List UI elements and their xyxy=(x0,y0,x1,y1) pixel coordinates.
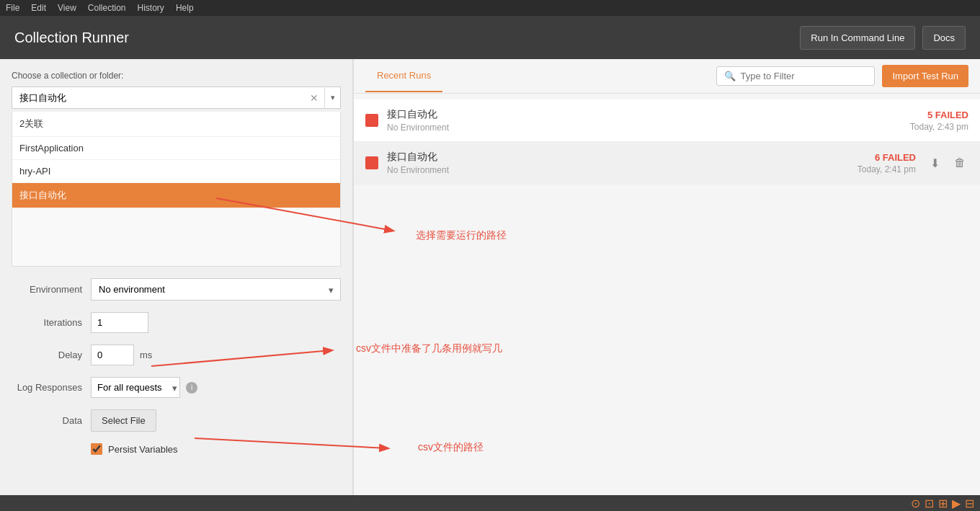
environment-label: Environment xyxy=(12,284,91,295)
collection-search: ✕ ▾ xyxy=(12,86,341,109)
menu-item-history[interactable]: History xyxy=(138,3,164,13)
status-icon-5: ⊟ xyxy=(965,497,974,510)
environment-row: Environment No environment xyxy=(12,278,341,301)
search-icon: 🔍 xyxy=(724,71,736,81)
run-command-line-button[interactable]: Run In Command Line xyxy=(800,26,915,50)
iterations-row: Iterations xyxy=(12,312,341,333)
app-title: Collection Runner xyxy=(14,30,129,46)
run-info-1: 接口自动化 No Environment xyxy=(387,108,910,133)
main-layout: Choose a collection or folder: ✕ ▾ 2关联 F… xyxy=(0,59,980,511)
log-responses-label: Log Responses xyxy=(12,382,91,393)
data-row: Data Select File xyxy=(12,409,341,432)
status-icon-1: ⊙ xyxy=(911,497,920,510)
run-result-1: 5 FAILED Today, 2:43 pm xyxy=(910,110,968,132)
search-box: 🔍 xyxy=(716,66,875,86)
collection-search-dropdown[interactable]: ▾ xyxy=(324,86,341,109)
run-delete-button-2[interactable]: 🗑 xyxy=(951,154,968,173)
log-responses-info-icon[interactable]: i xyxy=(186,382,197,394)
run-env-2: No Environment xyxy=(387,165,858,175)
select-file-button[interactable]: Select File xyxy=(91,409,156,432)
collection-list: 2关联 FirstApplication hry-API 接口自动化 xyxy=(12,112,341,267)
menu-bar: const menuData = JSON.parse(document.get… xyxy=(0,0,980,16)
menu-item-view[interactable]: View xyxy=(58,3,76,13)
collection-item-hry-api[interactable]: hry-API xyxy=(12,160,340,183)
persist-variables-checkbox[interactable] xyxy=(91,443,102,455)
collection-item-firstapplication[interactable]: FirstApplication xyxy=(12,137,340,160)
run-result-2: 6 FAILED Today, 2:41 pm xyxy=(858,152,916,174)
status-icon-4: ▶ xyxy=(952,497,961,510)
search-input[interactable] xyxy=(740,71,867,81)
collection-list-empty xyxy=(12,208,340,266)
run-time-2: Today, 2:41 pm xyxy=(858,164,916,174)
iterations-input[interactable] xyxy=(91,312,148,333)
menu-item-edit[interactable]: Edit xyxy=(31,3,46,13)
persist-variables-label: Persist Variables xyxy=(108,444,178,455)
persist-variables-row: Persist Variables xyxy=(12,443,341,455)
run-item-1[interactable]: 接口自动化 No Environment 5 FAILED Today, 2:4… xyxy=(354,99,980,142)
delay-unit: ms xyxy=(140,350,152,360)
data-label: Data xyxy=(12,415,91,426)
delay-input[interactable] xyxy=(91,345,134,365)
log-responses-select[interactable]: For all requests xyxy=(91,377,180,398)
status-icon-2: ⊡ xyxy=(925,497,934,510)
persist-variables-group: Persist Variables xyxy=(91,443,178,455)
log-responses-row: Log Responses For all requests i xyxy=(12,377,341,398)
menu-item-help[interactable]: Help xyxy=(176,3,194,13)
run-env-1: No Environment xyxy=(387,123,910,133)
tabs: Recent Runs xyxy=(365,60,442,92)
run-status-icon-2 xyxy=(365,156,378,169)
run-item-2[interactable]: 接口自动化 No Environment 6 FAILED Today, 2:4… xyxy=(354,142,980,185)
run-info-2: 接口自动化 No Environment xyxy=(387,151,858,175)
collection-search-input[interactable] xyxy=(12,86,341,109)
title-bar-actions: Run In Command Line Docs xyxy=(800,26,966,50)
run-name-2: 接口自动化 xyxy=(387,151,858,164)
run-download-button-2[interactable]: ⬇ xyxy=(927,154,943,173)
run-failed-2: 6 FAILED xyxy=(858,152,916,163)
run-status-icon-1 xyxy=(365,114,378,127)
run-actions-2: ⬇ 🗑 xyxy=(927,154,968,173)
menu-item-collection[interactable]: Collection xyxy=(88,3,126,13)
delay-label: Delay xyxy=(12,350,91,360)
docs-button[interactable]: Docs xyxy=(922,26,966,50)
environment-select-wrapper: No environment xyxy=(91,278,341,301)
left-panel: Choose a collection or folder: ✕ ▾ 2关联 F… xyxy=(0,59,353,511)
run-failed-1: 5 FAILED xyxy=(910,110,968,120)
right-header: Recent Runs 🔍 Import Test Run xyxy=(354,59,980,94)
environment-select[interactable]: No environment xyxy=(91,278,341,301)
status-bar: ⊙ ⊡ ⊞ ▶ ⊟ xyxy=(0,495,980,511)
tab-recent-runs[interactable]: Recent Runs xyxy=(365,60,442,92)
import-test-run-button[interactable]: Import Test Run xyxy=(882,65,968,87)
title-bar: Collection Runner Run In Command Line Do… xyxy=(0,16,980,59)
iterations-label: Iterations xyxy=(12,317,91,328)
delay-row: Delay ms xyxy=(12,345,341,365)
collection-input-actions: ✕ ▾ xyxy=(304,86,341,109)
menu-item-file[interactable]: File xyxy=(6,3,19,13)
choose-label: Choose a collection or folder: xyxy=(12,71,341,81)
run-time-1: Today, 2:43 pm xyxy=(910,122,968,132)
right-panel: Recent Runs 🔍 Import Test Run 接口自动化 No E… xyxy=(354,59,980,511)
log-responses-select-wrapper: For all requests i xyxy=(91,377,197,398)
runs-list: 接口自动化 No Environment 5 FAILED Today, 2:4… xyxy=(354,94,980,511)
right-toolbar: 🔍 Import Test Run xyxy=(716,65,968,87)
collection-search-clear[interactable]: ✕ xyxy=(304,92,324,104)
collection-item-2guanlian[interactable]: 2关联 xyxy=(12,112,340,137)
status-icon-3: ⊞ xyxy=(938,497,948,510)
collection-item-jiekouzidonghua[interactable]: 接口自动化 xyxy=(12,183,340,208)
run-name-1: 接口自动化 xyxy=(387,108,910,121)
